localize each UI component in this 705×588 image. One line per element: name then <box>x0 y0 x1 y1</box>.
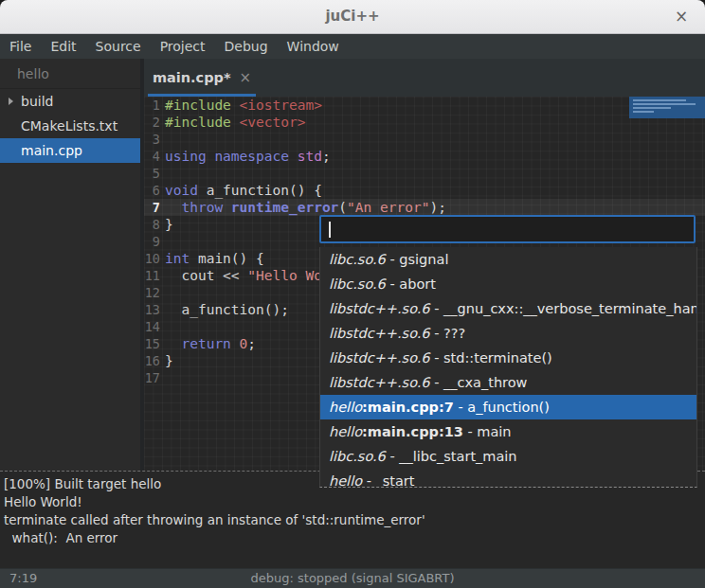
backtrace-item[interactable]: libstdc++.so.6 - __cxa_throw <box>320 370 696 395</box>
code-text: a_function(); <box>165 301 289 318</box>
menu-item-source[interactable]: Source <box>86 36 151 57</box>
menubar: FileEditSourceProjectDebugWindow <box>0 34 705 59</box>
menu-item-file[interactable]: File <box>0 36 41 57</box>
backtrace-item[interactable]: libstdc++.so.6 - __gnu_cxx::__verbose_te… <box>320 296 696 321</box>
tab-label: main.cpp* <box>153 70 231 85</box>
menu-item-debug[interactable]: Debug <box>215 36 278 57</box>
backtrace-item[interactable]: hello - _start <box>320 469 696 488</box>
tab-close-icon[interactable]: × <box>240 69 252 86</box>
tree-item-cmakelists-txt[interactable]: CMakeLists.txt <box>0 114 140 138</box>
line-number: 8 <box>144 216 160 233</box>
line-number: 5 <box>144 165 160 182</box>
tabbar: main.cpp* × <box>144 59 705 97</box>
statusbar: 7:19 debug: stopped (signal SIGABRT) <box>0 568 705 588</box>
line-number: 9 <box>144 233 160 250</box>
line-number: 12 <box>144 284 160 301</box>
debug-info-overlay <box>629 97 705 118</box>
backtrace-item[interactable]: libc.so.6 - gsignal <box>320 247 696 272</box>
code-line-7[interactable]: 7 throw runtime_error("An error"); <box>144 199 705 216</box>
menu-item-window[interactable]: Window <box>278 36 349 57</box>
code-text: #include <iostream> <box>165 97 322 114</box>
tree-item-label: main.cpp <box>21 143 82 158</box>
line-number: 13 <box>144 301 160 318</box>
backtrace-list: libc.so.6 - gsignallibc.so.6 - abortlibs… <box>319 247 697 488</box>
line-number: 4 <box>144 148 160 165</box>
close-icon[interactable]: × <box>671 7 692 27</box>
backtrace-item[interactable]: hello:main.cpp:7 - a_function() <box>320 395 696 419</box>
code-text: #include <vector> <box>165 114 305 131</box>
file-tree: buildCMakeLists.txtmain.cpp <box>0 89 140 163</box>
backtrace-item[interactable]: libstdc++.so.6 - std::terminate() <box>320 346 696 370</box>
line-number: 15 <box>144 335 160 352</box>
backtrace-item[interactable]: hello:main.cpp:13 - main <box>320 419 696 444</box>
text-cursor <box>329 222 331 238</box>
backtrace-item[interactable]: libc.so.6 - abort <box>320 272 696 296</box>
tree-item-label: CMakeLists.txt <box>21 118 118 134</box>
tab-main-cpp[interactable]: main.cpp* × <box>148 59 256 97</box>
output-line: what(): An error <box>4 529 705 547</box>
code-line-3[interactable]: 3 <box>144 131 705 148</box>
line-number: 1 <box>144 97 160 114</box>
backtrace-item[interactable]: libstdc++.so.6 - ??? <box>320 321 696 346</box>
code-text: using namespace std; <box>165 148 331 165</box>
backtrace-search-input[interactable] <box>319 215 696 243</box>
debug-status: debug: stopped (signal SIGABRT) <box>0 571 705 585</box>
backtrace-item[interactable]: libc.so.6 - __libc_start_main <box>320 444 696 469</box>
expand-arrow-icon[interactable] <box>9 98 13 105</box>
code-text: int main() { <box>165 250 264 267</box>
tree-item-build[interactable]: build <box>0 89 140 114</box>
window-titlebar[interactable]: juCi++ × <box>0 0 705 34</box>
code-line-6[interactable]: 6void a_function() { <box>144 182 705 199</box>
tree-item-label: build <box>21 94 53 109</box>
code-text: void a_function() { <box>165 182 322 199</box>
line-number: 14 <box>144 318 160 335</box>
code-line-1[interactable]: 1#include <iostream> <box>144 97 705 114</box>
menu-item-project[interactable]: Project <box>151 36 215 57</box>
line-number: 2 <box>144 114 160 131</box>
code-text: return 0; <box>165 335 256 352</box>
code-line-4[interactable]: 4using namespace std; <box>144 148 705 165</box>
output-line: Hello World! <box>4 493 705 511</box>
line-number: 6 <box>144 182 160 199</box>
tree-item-main-cpp[interactable]: main.cpp <box>0 138 140 163</box>
line-number: 3 <box>144 131 160 148</box>
code-text: throw runtime_error("An error"); <box>165 199 446 216</box>
line-number: 17 <box>144 369 160 386</box>
code-text: } <box>165 352 173 369</box>
code-line-5[interactable]: 5 <box>144 165 705 182</box>
line-number: 16 <box>144 352 160 369</box>
output-line: terminate called after throwing an insta… <box>4 511 705 529</box>
code-text: } <box>165 216 173 233</box>
line-number: 7 <box>144 199 160 216</box>
menu-item-edit[interactable]: Edit <box>41 36 85 57</box>
file-tree-sidebar: hello buildCMakeLists.txtmain.cpp <box>0 59 140 472</box>
window-title: juCi++ <box>0 8 705 25</box>
line-number: 10 <box>144 250 160 267</box>
code-line-2[interactable]: 2#include <vector> <box>144 114 705 131</box>
app-window: juCi++ × FileEditSourceProjectDebugWindo… <box>0 0 705 588</box>
project-header: hello <box>0 59 140 89</box>
line-number: 11 <box>144 267 160 284</box>
